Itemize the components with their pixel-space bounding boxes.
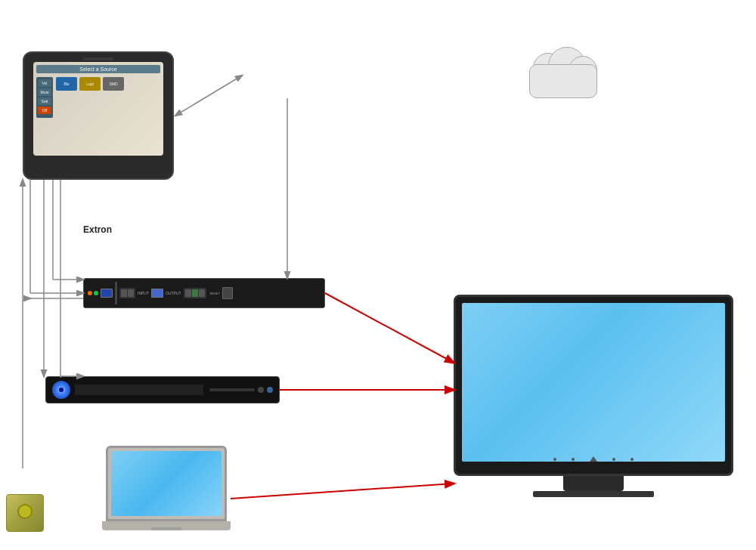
laptop-base (102, 521, 231, 530)
tlc-source-laptop: Lapt (79, 77, 101, 91)
smd-led-power (88, 291, 92, 295)
display-triangle (590, 456, 597, 462)
smd-hdmi-out (151, 289, 163, 298)
smd-input-ports (119, 288, 135, 298)
smd-led-green (94, 291, 98, 295)
laptop-screen-housing (106, 446, 227, 521)
svg-line-5 (325, 293, 454, 363)
smd-output-label: OUTPUT (166, 291, 181, 295)
bluray-btn1 (258, 387, 264, 393)
tlc-source-bluray: Blu (56, 77, 77, 91)
smd-label-extron: Extron (83, 224, 112, 235)
bluray-logo-inner (57, 386, 65, 394)
smd-out-port2 (192, 289, 198, 297)
bluray-logo (52, 381, 70, 399)
smd-out-port1 (185, 289, 191, 297)
tlc-device: Select a Source Vol Mute Sett Off Blu La… (23, 51, 174, 180)
display-dot2 (572, 458, 575, 461)
tlc-source-smd: SMD (103, 77, 124, 91)
tlc-settings-btn: Sett (38, 97, 51, 105)
display-dot1 (553, 458, 556, 461)
smd-power-section (88, 291, 98, 295)
smd-input-label: INPUT (138, 291, 149, 295)
bluray-device (45, 376, 280, 403)
smd-misc-label: RESET (210, 292, 220, 295)
motion-sensor-device (6, 494, 44, 535)
bluray-slot (209, 388, 255, 391)
display-base (533, 491, 654, 497)
tlc-screen: Select a Source Vol Mute Sett Off Blu La… (33, 62, 163, 156)
laptop-screen (111, 451, 222, 516)
smd-lan-port (222, 287, 233, 299)
bluray-btn2 (267, 387, 273, 393)
bluray-display (75, 385, 203, 395)
smd-divider1 (115, 282, 117, 304)
display-stand (563, 476, 624, 491)
smd-output-ports (184, 288, 206, 298)
laptop-device (106, 446, 227, 530)
smd-device-label: Extron (83, 223, 112, 264)
display-bottom-bar (553, 456, 634, 462)
tlc-screen-title: Select a Source (36, 65, 160, 73)
display-dot3 (612, 458, 615, 461)
svg-line-0 (175, 76, 242, 116)
network-cloud (522, 45, 605, 98)
display-screen (462, 303, 725, 462)
display-device (454, 295, 733, 497)
tlc-volume-btn: Vol (38, 79, 51, 87)
cloud-body (529, 64, 597, 98)
tlc-sources-panel: Blu Lapt SMD (56, 77, 160, 91)
cloud-shape (522, 45, 605, 98)
smd-device: INPUT OUTPUT RESET (83, 278, 325, 308)
display-dot4 (631, 458, 634, 461)
tlc-mute-btn: Mute (38, 88, 51, 96)
tlc-left-panel: Vol Mute Sett Off (36, 77, 53, 118)
smd-out-port3 (199, 289, 205, 297)
motion-sensor-body (6, 494, 44, 532)
tlc-speaker (83, 57, 113, 60)
svg-line-8 (231, 484, 454, 499)
motion-sensor-eye (17, 504, 33, 519)
smd-port1 (121, 289, 127, 297)
display-housing (454, 295, 733, 476)
smd-hdmi-in (101, 289, 113, 298)
smd-port2 (128, 289, 134, 297)
tlc-off-btn: Off (38, 107, 51, 114)
